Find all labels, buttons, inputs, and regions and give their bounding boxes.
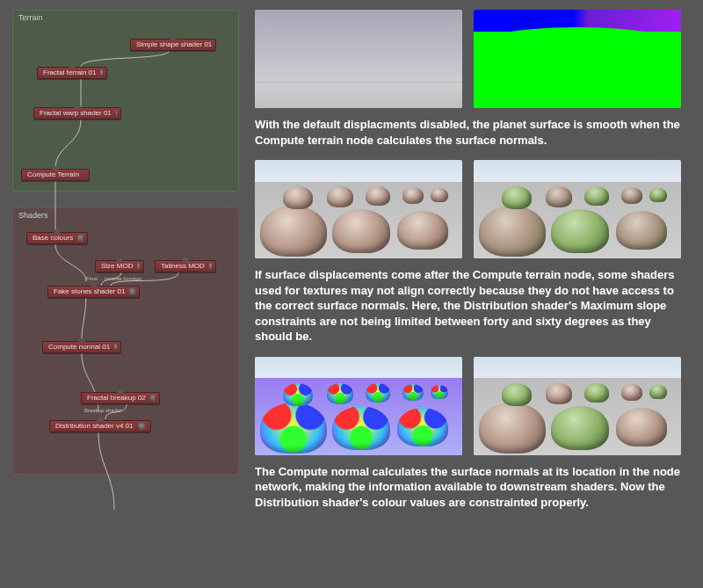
port-icon xyxy=(100,69,103,76)
render-stones-wrong-diffuse xyxy=(255,160,462,258)
port-icon xyxy=(129,288,135,295)
node-base-colours[interactable]: Base colours xyxy=(26,232,88,244)
node-tallness-mod[interactable]: Tallness MOD xyxy=(155,260,216,272)
node-fractal-terrain[interactable]: Fractal terrain 01 xyxy=(37,67,107,79)
port-icon xyxy=(209,263,212,270)
node-compute-normal[interactable]: Compute normal 01 xyxy=(42,341,121,353)
port-icon xyxy=(77,235,83,242)
node-compute-terrain[interactable]: Compute Terrain xyxy=(21,169,90,181)
example-row-1: With the default displacments disabled, … xyxy=(255,10,691,148)
group-terrain-title: Terrain xyxy=(18,13,43,22)
group-terrain: Terrain xyxy=(12,10,239,192)
render-stones-normals xyxy=(255,357,462,455)
render-flat-diffuse xyxy=(255,10,462,108)
caption-row-1: With the default displacments disabled, … xyxy=(255,117,691,148)
group-shaders-title: Shaders xyxy=(18,211,48,220)
node-graph[interactable]: Terrain Shaders Simple shape shader 01 F… xyxy=(0,0,250,588)
example-row-3: The Compute normal calculates the surfac… xyxy=(255,357,691,511)
render-flat-normal xyxy=(474,10,681,108)
caption-row-3: The Compute normal calculates the surfac… xyxy=(255,464,691,511)
port-icon xyxy=(150,395,156,402)
port-icon xyxy=(116,110,117,117)
node-fractal-warp[interactable]: Fractal warp shader 01 xyxy=(33,107,121,120)
node-fake-stones[interactable]: Fake stones shader 01 xyxy=(47,286,140,298)
helper-label-breakup: Breakup shader xyxy=(84,408,121,413)
caption-row-2: If surface displacements come after the … xyxy=(255,267,691,345)
node-fractal-breakup[interactable]: Fractal breakup 02 xyxy=(81,392,160,404)
port-icon xyxy=(138,423,145,430)
render-stones-wrong-distribution xyxy=(474,160,681,258)
node-distribution-shader[interactable]: Distribution shader v4 01 xyxy=(49,420,151,432)
node-size-mod[interactable]: Size MOD xyxy=(95,260,144,272)
port-icon xyxy=(114,344,117,351)
port-icon xyxy=(137,263,140,270)
explanation-column: With the default displacments disabled, … xyxy=(250,0,703,588)
render-stones-correct-distribution xyxy=(474,357,681,455)
helper-label: Final ... inverse function xyxy=(86,276,141,281)
example-row-2: If surface displacements come after the … xyxy=(255,160,691,345)
node-simple-shape[interactable]: Simple shape shader 01 xyxy=(130,39,216,51)
